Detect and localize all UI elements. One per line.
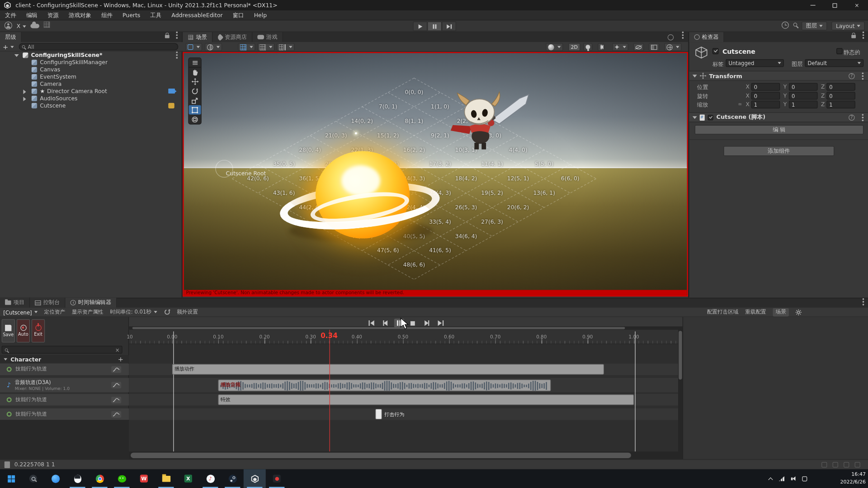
track-row[interactable]: 技能行为轨道 bbox=[0, 363, 129, 375]
tag-dropdown[interactable]: Untagged bbox=[726, 59, 784, 67]
hierarchy-item-directorcameraroot[interactable]: ★Director Camera Root bbox=[0, 87, 183, 94]
kebab-menu-icon[interactable] bbox=[862, 75, 864, 77]
timeline-ruler[interactable]: 100.000.100.200.300.400.500.600.700.800.… bbox=[129, 330, 682, 344]
effects-dropdown[interactable] bbox=[612, 43, 628, 51]
help-icon[interactable]: ? bbox=[849, 114, 854, 120]
hierarchy-item-configuringskillmanager[interactable]: ConfiguringSkillManager bbox=[0, 59, 183, 66]
version-control-dropdown[interactable]: X bbox=[17, 22, 26, 31]
timeline-h-scrollbar[interactable] bbox=[129, 451, 682, 459]
object-name[interactable]: Cutscene bbox=[722, 47, 755, 55]
tab-game[interactable]: 游戏 bbox=[252, 32, 283, 42]
menu-item-6[interactable]: 工具 bbox=[145, 11, 166, 19]
step-forward-button[interactable] bbox=[421, 319, 431, 328]
timeline-asset-dropdown[interactable]: [Cutscene] bbox=[3, 309, 38, 315]
windows-start[interactable] bbox=[0, 469, 22, 488]
kebab-menu-icon[interactable] bbox=[176, 34, 178, 36]
timeline-clip[interactable]: 播放动作 bbox=[172, 364, 604, 375]
services-icon[interactable] bbox=[44, 22, 50, 28]
messenger-app[interactable] bbox=[44, 469, 66, 488]
2d-mode-button[interactable]: 2D bbox=[569, 43, 580, 51]
edit-button[interactable]: 编 辑 bbox=[695, 125, 863, 135]
skip-start-button[interactable] bbox=[366, 319, 376, 328]
playhead[interactable] bbox=[329, 330, 330, 451]
menu-item-9[interactable]: Help bbox=[249, 12, 272, 18]
volume-icon[interactable] bbox=[791, 476, 796, 481]
track-row[interactable]: ♪音频轨道(D3A)Mixer: NONE | Volume: 1.0 bbox=[0, 378, 129, 392]
transform-component-header[interactable]: Transform ? bbox=[689, 71, 868, 81]
undo-history-icon[interactable] bbox=[782, 22, 789, 29]
reload-config-button[interactable]: 重载配置 bbox=[745, 309, 766, 316]
cloud-icon[interactable] bbox=[30, 24, 39, 28]
exit-button[interactable]: Exit bbox=[32, 319, 45, 343]
chevron-up-icon[interactable] bbox=[769, 476, 772, 481]
locate-asset-button[interactable]: 定位资产 bbox=[44, 309, 66, 316]
notifications-icon[interactable] bbox=[821, 462, 827, 467]
status-message[interactable]: 0.2225708 1 1 bbox=[14, 461, 55, 467]
wechat-app[interactable] bbox=[111, 469, 133, 488]
hierarchy-item-eventsystem[interactable]: EventSystem bbox=[0, 73, 183, 80]
step-button[interactable] bbox=[442, 22, 456, 31]
kebab-menu-icon[interactable] bbox=[176, 54, 178, 56]
menu-item-8[interactable]: 窗口 bbox=[228, 11, 249, 19]
increment-snap-dropdown[interactable] bbox=[257, 43, 274, 51]
script-component-header[interactable]: # Cutscene (脚本) ? bbox=[689, 113, 868, 122]
transform-value-field[interactable]: 1 bbox=[826, 101, 855, 108]
time-unit-dropdown[interactable]: 时间单位: 0.01秒 bbox=[110, 309, 157, 316]
music-player[interactable]: ♪ bbox=[199, 469, 222, 488]
curve-view-button[interactable] bbox=[111, 396, 121, 403]
kebab-menu-icon[interactable] bbox=[862, 117, 864, 118]
extra-settings-button[interactable]: 额外设置 bbox=[177, 309, 198, 316]
services-icon[interactable] bbox=[855, 462, 860, 467]
track-row[interactable]: 技能行为轨道 bbox=[0, 408, 129, 420]
pivot-globe-dropdown[interactable] bbox=[205, 43, 222, 51]
preview-toggle-icon[interactable] bbox=[668, 34, 674, 40]
maximize-button[interactable] bbox=[824, 0, 846, 10]
curve-view-button[interactable] bbox=[111, 366, 121, 373]
transform-value-field[interactable]: 0 bbox=[826, 83, 855, 91]
director-badge-icon[interactable] bbox=[168, 103, 174, 108]
track-search-input[interactable]: × bbox=[2, 346, 123, 353]
loop-icon[interactable] bbox=[164, 309, 170, 315]
tab-hierarchy[interactable]: 层级 bbox=[0, 32, 22, 42]
link-scale-icon[interactable]: ∞ bbox=[738, 101, 742, 107]
pause-button[interactable] bbox=[427, 22, 442, 31]
gizmos-dropdown[interactable] bbox=[664, 43, 681, 51]
tab-scene[interactable]: 场景 bbox=[183, 32, 212, 42]
account-icon[interactable] bbox=[5, 22, 12, 29]
activity-icon[interactable] bbox=[844, 462, 849, 467]
foldout-icon[interactable] bbox=[23, 97, 26, 101]
timeline-v-scrollbar[interactable] bbox=[678, 330, 683, 451]
skip-end-button[interactable] bbox=[435, 319, 445, 328]
unity-editor[interactable] bbox=[244, 469, 266, 488]
hierarchy-search-input[interactable]: All bbox=[19, 43, 179, 51]
notification-icon[interactable] bbox=[802, 476, 807, 481]
kebab-menu-icon[interactable] bbox=[863, 34, 864, 36]
hand-tool-icon[interactable] bbox=[189, 67, 201, 77]
layers-dropdown[interactable]: 图层 bbox=[802, 22, 827, 31]
minimize-button[interactable] bbox=[802, 0, 824, 10]
static-checkbox[interactable] bbox=[836, 48, 842, 54]
tab-project[interactable]: 项目 bbox=[0, 298, 30, 308]
add-track-icon[interactable]: + bbox=[118, 355, 123, 363]
scene-audio-icon[interactable] bbox=[598, 43, 604, 51]
track-group-header[interactable]: Character + bbox=[0, 355, 129, 363]
menu-item-1[interactable]: 编辑 bbox=[21, 11, 42, 19]
excel-app[interactable]: X bbox=[177, 469, 199, 488]
help-icon[interactable]: ? bbox=[849, 73, 854, 79]
shading-mode-dropdown[interactable] bbox=[546, 43, 563, 51]
gear-icon[interactable] bbox=[796, 309, 802, 315]
rect-tool-icon[interactable] bbox=[189, 105, 201, 115]
step-back-button[interactable] bbox=[380, 319, 390, 328]
foldout-icon[interactable] bbox=[693, 116, 697, 119]
scene-visibility-icon[interactable] bbox=[633, 43, 644, 51]
chrome-browser[interactable] bbox=[89, 469, 111, 488]
menu-item-4[interactable]: 组件 bbox=[96, 11, 118, 19]
layout-dropdown[interactable]: Layout bbox=[831, 22, 864, 31]
configure-hit-area-button[interactable]: 配置打击区域 bbox=[707, 309, 739, 316]
network-icon[interactable] bbox=[779, 476, 784, 481]
hierarchy-item-camera[interactable]: Camera bbox=[0, 80, 183, 88]
track-row[interactable]: 技能行为轨道 bbox=[0, 394, 129, 406]
kebab-menu-icon[interactable] bbox=[863, 301, 864, 303]
scene-lighting-icon[interactable] bbox=[584, 43, 593, 51]
scene-toggle-button[interactable]: 场景 bbox=[773, 308, 789, 316]
